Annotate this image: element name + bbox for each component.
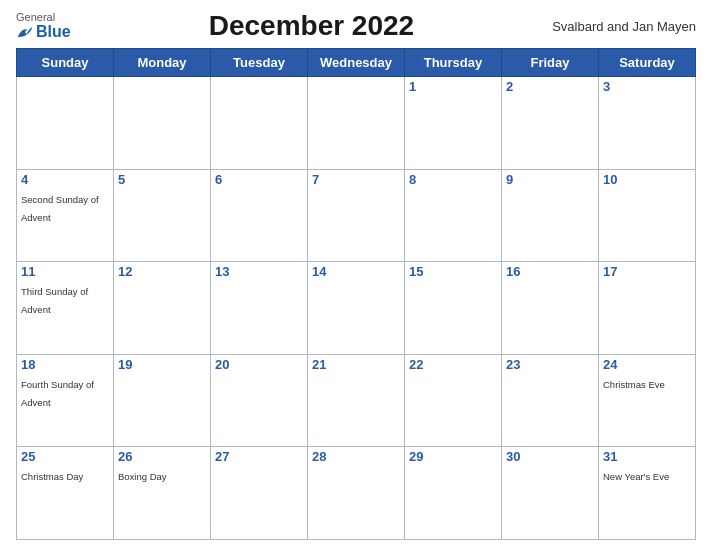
logo-bird-icon (16, 24, 34, 40)
table-row: 28 (308, 447, 405, 540)
day-number: 25 (21, 449, 109, 464)
day-number: 31 (603, 449, 691, 464)
day-number: 24 (603, 357, 691, 372)
table-row: 24Christmas Eve (599, 354, 696, 447)
page-header: General Blue December 2022 Svalbard and … (16, 10, 696, 42)
table-row (308, 77, 405, 170)
table-row: 9 (502, 169, 599, 262)
table-row: 12 (114, 262, 211, 355)
table-row: 22 (405, 354, 502, 447)
logo-blue-text: Blue (36, 23, 71, 41)
logo-general-text: General (16, 11, 55, 23)
table-row: 14 (308, 262, 405, 355)
event-label: Christmas Day (21, 471, 83, 482)
table-row: 15 (405, 262, 502, 355)
table-row: 4Second Sunday of Advent (17, 169, 114, 262)
calendar-week-1: 123 (17, 77, 696, 170)
logo-blue-area: Blue (16, 23, 71, 41)
table-row: 13 (211, 262, 308, 355)
table-row: 10 (599, 169, 696, 262)
table-row: 27 (211, 447, 308, 540)
logo: General Blue (16, 11, 71, 41)
day-number: 13 (215, 264, 303, 279)
day-number: 1 (409, 79, 497, 94)
event-label: Second Sunday of Advent (21, 194, 99, 223)
table-row: 1 (405, 77, 502, 170)
day-number: 28 (312, 449, 400, 464)
col-friday: Friday (502, 49, 599, 77)
event-label: Fourth Sunday of Advent (21, 379, 94, 408)
col-tuesday: Tuesday (211, 49, 308, 77)
table-row: 19 (114, 354, 211, 447)
region-label: Svalbard and Jan Mayen (552, 19, 696, 34)
table-row: 26Boxing Day (114, 447, 211, 540)
event-label: Third Sunday of Advent (21, 286, 88, 315)
day-number: 20 (215, 357, 303, 372)
table-row: 25Christmas Day (17, 447, 114, 540)
day-number: 11 (21, 264, 109, 279)
day-number: 16 (506, 264, 594, 279)
table-row: 31New Year's Eve (599, 447, 696, 540)
calendar-header-row: Sunday Monday Tuesday Wednesday Thursday… (17, 49, 696, 77)
table-row (17, 77, 114, 170)
page-title: December 2022 (71, 10, 553, 42)
table-row: 6 (211, 169, 308, 262)
table-row: 20 (211, 354, 308, 447)
day-number: 7 (312, 172, 400, 187)
table-row: 2 (502, 77, 599, 170)
event-label: Boxing Day (118, 471, 167, 482)
table-row: 18Fourth Sunday of Advent (17, 354, 114, 447)
col-thursday: Thursday (405, 49, 502, 77)
day-number: 8 (409, 172, 497, 187)
event-label: Christmas Eve (603, 379, 665, 390)
col-wednesday: Wednesday (308, 49, 405, 77)
day-number: 14 (312, 264, 400, 279)
day-number: 27 (215, 449, 303, 464)
table-row: 11Third Sunday of Advent (17, 262, 114, 355)
day-number: 2 (506, 79, 594, 94)
day-number: 9 (506, 172, 594, 187)
table-row: 30 (502, 447, 599, 540)
day-number: 15 (409, 264, 497, 279)
day-number: 23 (506, 357, 594, 372)
day-number: 17 (603, 264, 691, 279)
table-row (211, 77, 308, 170)
day-number: 18 (21, 357, 109, 372)
table-row: 3 (599, 77, 696, 170)
table-row: 7 (308, 169, 405, 262)
day-number: 22 (409, 357, 497, 372)
day-number: 12 (118, 264, 206, 279)
day-number: 26 (118, 449, 206, 464)
calendar-table: Sunday Monday Tuesday Wednesday Thursday… (16, 48, 696, 540)
day-number: 5 (118, 172, 206, 187)
calendar-week-3: 11Third Sunday of Advent121314151617 (17, 262, 696, 355)
event-label: New Year's Eve (603, 471, 669, 482)
day-number: 30 (506, 449, 594, 464)
table-row: 29 (405, 447, 502, 540)
day-number: 29 (409, 449, 497, 464)
table-row: 17 (599, 262, 696, 355)
day-number: 19 (118, 357, 206, 372)
day-number: 6 (215, 172, 303, 187)
day-number: 10 (603, 172, 691, 187)
calendar-week-5: 25Christmas Day26Boxing Day2728293031New… (17, 447, 696, 540)
table-row: 16 (502, 262, 599, 355)
col-saturday: Saturday (599, 49, 696, 77)
day-number: 21 (312, 357, 400, 372)
calendar-week-4: 18Fourth Sunday of Advent192021222324Chr… (17, 354, 696, 447)
table-row: 23 (502, 354, 599, 447)
table-row: 8 (405, 169, 502, 262)
col-sunday: Sunday (17, 49, 114, 77)
table-row: 21 (308, 354, 405, 447)
calendar-week-2: 4Second Sunday of Advent5678910 (17, 169, 696, 262)
col-monday: Monday (114, 49, 211, 77)
table-row: 5 (114, 169, 211, 262)
day-number: 4 (21, 172, 109, 187)
day-number: 3 (603, 79, 691, 94)
table-row (114, 77, 211, 170)
